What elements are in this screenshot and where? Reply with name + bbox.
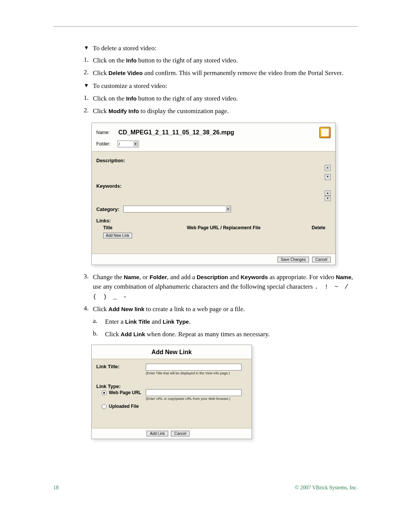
step4b-text: Click Add Link when done. Repeat as many… — [104, 330, 358, 339]
scroll-down-icon[interactable]: ▾ — [325, 196, 331, 201]
link-title-label: Link Title: — [96, 364, 146, 369]
video-file-icon — [319, 127, 331, 138]
step4-text: Click Add New link to create a link to a… — [93, 305, 358, 314]
list-letter: b. — [84, 330, 104, 337]
list-number: 4. — [84, 305, 93, 312]
radio-file-label: Uploaded File — [109, 404, 139, 409]
cancel-button[interactable]: Cancel — [312, 257, 331, 262]
links-col-url: Web Page URL / Replacement File — [187, 225, 312, 230]
customize-step1: Click on the Info button to the right of… — [93, 94, 358, 104]
add-link-button[interactable]: Add Link — [147, 431, 168, 436]
page-number: 18 — [53, 485, 59, 491]
add-new-link-dialog: Add New Link Link Title: (Enter Title th… — [91, 345, 252, 439]
name-label: Name: — [96, 130, 118, 135]
name-value: CD_MPEG1_2_11_11_05_12_38_26.mpg — [118, 129, 234, 136]
links-col-delete: Delete — [312, 225, 331, 230]
list-number: 2. — [84, 69, 93, 76]
link-title-hint: (Enter Title that will be displayed in t… — [146, 371, 247, 375]
header-rule — [53, 26, 358, 27]
keywords-label: Keywords: — [96, 183, 331, 189]
list-number: 2. — [84, 107, 93, 114]
url-input[interactable] — [146, 389, 242, 396]
chevron-down-icon: ▾ — [226, 207, 230, 211]
customize-heading: To customize a stored video: — [93, 81, 358, 91]
triangle-down-icon: ▼ — [84, 44, 93, 52]
folder-select[interactable]: / ▾ — [118, 141, 139, 147]
step3-text: Change the Name, or Folder, and add a De… — [93, 273, 358, 302]
description-textarea[interactable]: ▴ ▾ — [96, 165, 331, 180]
delete-heading: To delete a stored video: — [93, 44, 358, 53]
list-letter: a. — [84, 317, 104, 325]
links-col-title: Title — [96, 225, 187, 230]
scroll-up-icon[interactable]: ▴ — [325, 190, 331, 196]
links-label: Links: — [96, 218, 331, 224]
radio-url-label: Web Page URL — [109, 390, 141, 395]
save-changes-button[interactable]: Save Changes — [277, 257, 309, 262]
description-label: Description: — [96, 158, 331, 163]
step4a-text: Enter a Link Title and Link Type. — [104, 317, 358, 327]
delete-step2: Click Delete Video and confirm. This wil… — [93, 69, 358, 78]
delete-step1: Click on the Info button to the right of… — [93, 56, 358, 66]
modify-info-dialog: Name: CD_MPEG1_2_11_11_05_12_38_26.mpg F… — [91, 123, 336, 265]
chevron-down-icon: ▾ — [134, 142, 138, 146]
triangle-down-icon: ▼ — [84, 81, 93, 90]
list-number: 1. — [84, 56, 93, 64]
add-new-link-button[interactable]: Add New Link — [103, 233, 132, 238]
keywords-textarea[interactable]: ▴ ▾ — [96, 190, 331, 201]
radio-uploaded-file[interactable] — [102, 404, 107, 409]
category-label: Category: — [96, 206, 119, 212]
folder-value: / — [119, 142, 120, 146]
cancel-button[interactable]: Cancel — [171, 431, 190, 436]
list-number: 3. — [84, 273, 93, 280]
dialog-title: Add New Link — [92, 345, 252, 359]
scroll-up-icon[interactable]: ▴ — [325, 165, 331, 171]
radio-web-page-url[interactable] — [102, 390, 107, 395]
customize-step2: Click Modify Info to display the customi… — [93, 107, 358, 116]
link-type-label: Link Type: — [96, 383, 146, 389]
folder-label: Folder: — [96, 141, 118, 147]
scroll-down-icon[interactable]: ▾ — [325, 174, 331, 180]
copyright: © 2007 VBrick Systems, Inc. — [295, 485, 358, 491]
category-select[interactable]: ▾ — [123, 206, 231, 212]
link-title-input[interactable] — [146, 364, 242, 371]
list-number: 1. — [84, 94, 93, 102]
url-hint: (Enter URL or copy/paste URL from your W… — [146, 397, 247, 401]
